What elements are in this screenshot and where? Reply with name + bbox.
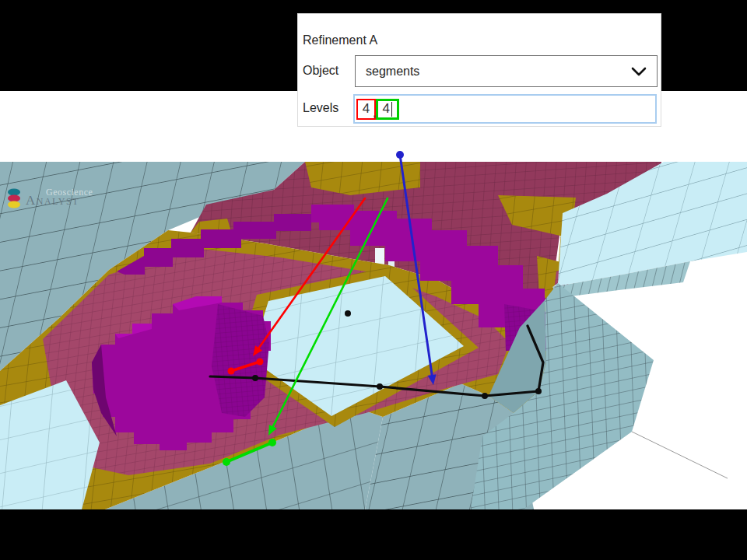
3d-viewport[interactable]: Geoscience Analyst Z N E bbox=[0, 91, 747, 509]
application-window: Geoscience Analyst Z N E Refin bbox=[0, 0, 747, 560]
object-label: Object bbox=[303, 64, 338, 78]
object-select-value: segments bbox=[366, 65, 419, 79]
dialog-title: Refinement A bbox=[303, 33, 377, 47]
level-value-2-green-box: 4 bbox=[376, 99, 399, 120]
levels-label: Levels bbox=[303, 101, 338, 115]
refinement-dialog: Refinement A Object segments Levels 4 , … bbox=[297, 13, 661, 127]
text-caret bbox=[391, 102, 393, 117]
object-select[interactable]: segments bbox=[355, 55, 658, 87]
level-value-1: 4 bbox=[363, 101, 370, 117]
level-value-2: 4 bbox=[383, 101, 390, 117]
bottom-letterbox-bar bbox=[0, 509, 747, 560]
levels-separator: , bbox=[373, 106, 375, 119]
levels-input[interactable]: 4 , 4 bbox=[353, 94, 657, 124]
octree-mesh-scene bbox=[0, 91, 747, 560]
chevron-down-icon bbox=[630, 65, 647, 78]
